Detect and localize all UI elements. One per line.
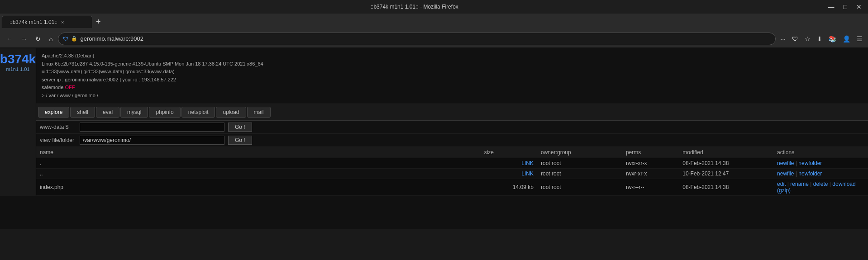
th-owner-group: owner:group bbox=[537, 147, 622, 158]
cell-perms: rwxr-xr-x bbox=[622, 158, 679, 168]
maximize-button[interactable]: □ bbox=[841, 2, 850, 11]
safemode-label: safemode bbox=[42, 85, 63, 90]
security-icon: 🛡 bbox=[63, 36, 68, 42]
address-bar-container: 🛡 🔒 bbox=[58, 33, 776, 45]
menu-button[interactable]: ☰ bbox=[855, 33, 864, 44]
view-folder-go-button[interactable]: Go ! bbox=[228, 136, 252, 145]
tab-shell[interactable]: shell bbox=[70, 107, 95, 118]
action-link-edit[interactable]: edit bbox=[777, 181, 786, 187]
minimize-button[interactable]: — bbox=[825, 2, 837, 11]
info-line4: server ip : geronimo.malware:9002 | your… bbox=[42, 76, 863, 84]
address-input[interactable] bbox=[80, 35, 771, 42]
cell-actions: edit | rename | delete | download (gzip) bbox=[773, 179, 868, 195]
new-tab-button[interactable]: + bbox=[92, 17, 105, 27]
cell-perms: rw-r--r-- bbox=[622, 179, 679, 195]
tab-eval[interactable]: eval bbox=[96, 107, 119, 118]
home-button[interactable]: ⌂ bbox=[46, 33, 55, 44]
browser-tab[interactable]: ::b374k m1n1 1.01:: × bbox=[2, 16, 92, 28]
window-close-button[interactable]: ✕ bbox=[854, 2, 864, 11]
nav-bar: ← → ↻ ⌂ 🛡 🔒 ··· 🛡 ☆ ⬇ 📚 👤 ☰ bbox=[0, 30, 868, 48]
logo-small: m1n1 1.01 bbox=[6, 66, 30, 72]
www-data-input[interactable] bbox=[80, 123, 224, 132]
breadcrumb: > / var / www / geronimo / bbox=[42, 92, 863, 100]
www-data-label: www-data $ bbox=[40, 124, 76, 130]
action-link-rename[interactable]: rename bbox=[790, 181, 809, 187]
cell-perms: rwxr-xr-x bbox=[622, 168, 679, 179]
more-button[interactable]: ··· bbox=[778, 33, 787, 44]
cell-modified: 08-Feb-2021 14:38 bbox=[679, 158, 773, 168]
view-folder-input[interactable] bbox=[80, 136, 224, 145]
info-line2: Linux 6be2b731c287 4.15.0-135-generic #1… bbox=[42, 60, 863, 68]
cell-owner: root root bbox=[537, 158, 622, 168]
info-block: Apache/2.4.38 (Debian) Linux 6be2b731c28… bbox=[36, 48, 868, 104]
th-size: size bbox=[481, 147, 537, 158]
tab-bar: ::b374k m1n1 1.01:: × + bbox=[0, 14, 868, 30]
th-name: name bbox=[36, 147, 481, 158]
info-safemode: safemode OFF bbox=[42, 84, 863, 92]
title-bar: ::b374k m1n1 1.01:: - Mozilla Firefox — … bbox=[0, 0, 868, 14]
action-link-newfile[interactable]: newfile bbox=[777, 170, 794, 177]
tab-label: ::b374k m1n1 1.01:: bbox=[10, 19, 57, 25]
cell-owner: root root bbox=[537, 179, 622, 195]
table-row: ..LINKroot rootrwxr-xr-x10-Feb-2021 12:4… bbox=[36, 168, 868, 179]
tab-mysql[interactable]: mysql bbox=[120, 107, 148, 118]
main-layout: b374k m1n1 1.01 Apache/2.4.38 (Debian) L… bbox=[0, 48, 868, 196]
sidebar: b374k m1n1 1.01 bbox=[0, 48, 36, 196]
th-actions: actions bbox=[773, 147, 868, 158]
sync-button[interactable]: 👤 bbox=[841, 33, 852, 44]
content-area: Apache/2.4.38 (Debian) Linux 6be2b731c28… bbox=[36, 48, 868, 196]
nav-right-icons: ··· 🛡 ☆ ⬇ 📚 👤 ☰ bbox=[778, 33, 864, 44]
view-folder-label: view file/folder bbox=[40, 137, 76, 143]
tab-upload[interactable]: upload bbox=[216, 107, 246, 118]
tab-mail[interactable]: mail bbox=[247, 107, 271, 118]
th-modified: modified bbox=[679, 147, 773, 158]
cell-modified: 08-Feb-2021 14:38 bbox=[679, 179, 773, 195]
table-row: index.php14.09 kbroot rootrw-r--r--08-Fe… bbox=[36, 179, 868, 195]
view-folder-row: view file/folder Go ! bbox=[36, 134, 868, 147]
www-data-row: www-data $ Go ! bbox=[36, 121, 868, 134]
cell-actions: newfile | newfolder bbox=[773, 158, 868, 168]
nav-tabs: explore shell eval mysql phpinfo netsplo… bbox=[36, 104, 868, 121]
library-button[interactable]: 📚 bbox=[827, 33, 838, 44]
browser-chrome: ::b374k m1n1 1.01:: - Mozilla Firefox — … bbox=[0, 0, 868, 48]
window-controls: — □ ✕ bbox=[825, 2, 864, 11]
window-title: ::b374k m1n1 1.01:: - Mozilla Firefox bbox=[4, 4, 825, 10]
action-link-delete[interactable]: delete bbox=[813, 181, 828, 187]
www-data-go-button[interactable]: Go ! bbox=[228, 123, 252, 132]
logo-large: b374k bbox=[0, 53, 36, 66]
info-line1: Apache/2.4.38 (Debian) bbox=[42, 52, 863, 60]
action-link-newfolder[interactable]: newfolder bbox=[798, 170, 822, 177]
tab-phpinfo[interactable]: phpinfo bbox=[149, 107, 180, 118]
tab-explore[interactable]: explore bbox=[38, 107, 69, 118]
table-row: .LINKroot rootrwxr-xr-x08-Feb-2021 14:38… bbox=[36, 158, 868, 168]
cell-name: .. bbox=[36, 168, 481, 179]
info-line3: uid=33(www-data) gid=33(www-data) groups… bbox=[42, 68, 863, 76]
cell-actions: newfile | newfolder bbox=[773, 168, 868, 179]
action-link-newfolder[interactable]: newfolder bbox=[798, 160, 822, 166]
page-content: b374k m1n1 1.01 Apache/2.4.38 (Debian) L… bbox=[0, 48, 868, 229]
file-table: name size owner:group perms modified act… bbox=[36, 147, 868, 196]
tab-close-icon[interactable]: × bbox=[61, 19, 64, 25]
cell-name: . bbox=[36, 158, 481, 168]
tab-netsploit[interactable]: netsploit bbox=[181, 107, 215, 118]
cell-size: 14.09 kb bbox=[481, 179, 537, 195]
forward-button[interactable]: → bbox=[18, 33, 30, 44]
bookmark-button[interactable]: ☆ bbox=[803, 33, 812, 44]
lock-icon: 🔒 bbox=[71, 36, 77, 42]
cell-owner: root root bbox=[537, 168, 622, 179]
cell-name: index.php bbox=[36, 179, 481, 195]
reload-button[interactable]: ↻ bbox=[33, 33, 43, 44]
cell-modified: 10-Feb-2021 12:47 bbox=[679, 168, 773, 179]
back-button[interactable]: ← bbox=[4, 33, 15, 44]
download-button[interactable]: ⬇ bbox=[815, 33, 824, 44]
shield-button[interactable]: 🛡 bbox=[790, 33, 800, 44]
cell-size: LINK bbox=[481, 158, 537, 168]
th-perms: perms bbox=[622, 147, 679, 158]
action-link-newfile[interactable]: newfile bbox=[777, 160, 794, 166]
safemode-value: OFF bbox=[65, 85, 75, 90]
cell-size: LINK bbox=[481, 168, 537, 179]
